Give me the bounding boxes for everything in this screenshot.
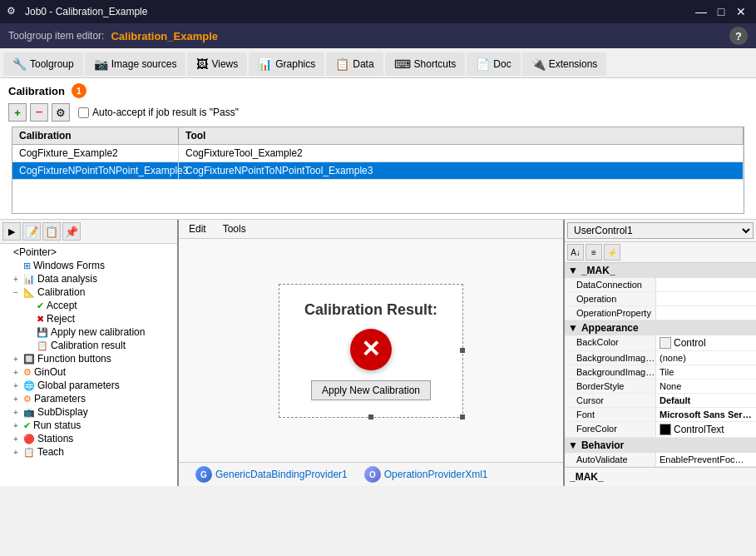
table-header-calibration: Calibration [12, 127, 179, 144]
tree-item-run-status[interactable]: + ✔ Run status [0, 419, 177, 432]
prop-value-background-image[interactable]: (none) [656, 351, 756, 365]
run-status-icon: ✔ [23, 420, 31, 431]
tab-image-sources[interactable]: 📷 Image sources [85, 52, 186, 76]
tree-item-parameters[interactable]: + ⚙ Parameters [0, 392, 177, 405]
tree-item-ginout-label: GinOut [34, 366, 66, 378]
prop-group-mak-label: _MAK_ [581, 265, 615, 276]
tab-views-label: Views [211, 58, 238, 70]
table-row-selected[interactable]: CogFixtureNPointToNPoint_Example3 CogFix… [12, 162, 744, 180]
tree-item-ginout[interactable]: + ⚙ GinOut [0, 365, 177, 379]
prop-value-border-style[interactable]: None [656, 380, 756, 393]
prop-name-data-connection: DataConnection [565, 278, 656, 291]
tree-item-windows-forms[interactable]: ⊞ Windows Forms [0, 259, 177, 272]
menu-tools[interactable]: Tools [220, 222, 250, 236]
prop-group-mak[interactable]: ▼ _MAK_ [565, 263, 756, 278]
prop-row-data-connection: DataConnection [565, 278, 756, 292]
auto-accept-checkbox-label[interactable]: Auto-accept if job result is "Pass" [78, 107, 239, 118]
tab-data[interactable]: 📋 Data [326, 52, 383, 76]
minimize-button[interactable]: — [693, 3, 709, 20]
copy-button[interactable]: 📋 [42, 222, 61, 241]
prop-group-appearance-expand: ▼ [568, 322, 578, 334]
prop-value-background-image-layout[interactable]: Tile [656, 365, 756, 379]
tab-toolgroup[interactable]: 🔧 Toolgroup [3, 52, 83, 76]
tab-graphics[interactable]: 📊 Graphics [249, 52, 324, 76]
tab-views[interactable]: 🖼 Views [187, 52, 247, 76]
tree-item-pointer-label: <Pointer> [13, 246, 57, 258]
prop-row-background-image-layout: BackgroundImag… Tile [565, 365, 756, 380]
props-sort-alpha-button[interactable]: A↓ [567, 244, 584, 261]
resize-handle-middle-right[interactable] [460, 348, 465, 353]
resize-handle-bottom-right[interactable] [460, 415, 465, 419]
tab-extensions-label: Extensions [549, 58, 598, 70]
prop-group-appearance[interactable]: ▼ Appearance [565, 320, 756, 335]
tree-item-calibration-result-label: Calibration result [51, 340, 126, 351]
prop-value-backcolor[interactable]: Control [656, 335, 756, 350]
tree-item-apply-new-calibration-label: Apply new calibration [51, 326, 145, 338]
props-events-button[interactable]: ⚡ [604, 244, 620, 261]
tree-item-subdisplay[interactable]: + 📺 SubDisplay [0, 405, 177, 419]
data-analysis-icon: 📊 [23, 274, 35, 285]
script-button[interactable]: 📝 [22, 222, 41, 241]
bottom-icons: G GenericDataBindingProvider1 O Operatio… [179, 462, 563, 486]
tree-item-apply-new-calibration[interactable]: 💾 Apply new calibration [0, 325, 177, 339]
add-calibration-button[interactable]: + [8, 103, 27, 122]
prop-value-autovalidate[interactable]: EnablePreventFoc… [656, 453, 756, 466]
run-button[interactable]: ▶ [2, 222, 21, 241]
prop-row-operation-property: OperationProperty [565, 306, 756, 320]
close-button[interactable]: ✕ [733, 3, 749, 20]
backcolor-swatch [660, 337, 671, 349]
design-canvas[interactable]: Calibration Result: ✕ Apply New Calibrat… [179, 239, 563, 462]
tree-item-calibration-label: Calibration [37, 286, 85, 298]
prop-value-font[interactable]: Microsoft Sans Ser… [656, 408, 756, 421]
tree-item-teach[interactable]: + 📋 Teach [0, 445, 177, 459]
parameters-icon: ⚙ [23, 394, 32, 405]
props-content: ▼ _MAK_ DataConnection Operation Operati… [565, 263, 756, 467]
tab-extensions[interactable]: 🔌 Extensions [522, 52, 607, 76]
prop-name-operation-property: OperationProperty [565, 306, 656, 320]
remove-calibration-button[interactable]: − [30, 103, 48, 122]
tab-shortcuts[interactable]: ⌨ Shortcuts [385, 52, 466, 76]
prop-value-data-connection[interactable] [656, 278, 756, 291]
stations-icon: 🔴 [23, 434, 35, 444]
tree-item-function-buttons[interactable]: + 🔲 Function buttons [0, 352, 177, 365]
tree-item-subdisplay-label: SubDisplay [37, 406, 88, 418]
calibration-table: Calibration Tool CogFixture_Example2 Cog… [12, 127, 744, 214]
tree-item-accept[interactable]: ✔ Accept [0, 299, 177, 312]
ginout-icon: ⚙ [23, 367, 32, 378]
prop-value-cursor[interactable]: Default [656, 394, 756, 407]
tree-item-reject[interactable]: ✖ Reject [0, 312, 177, 325]
tab-doc[interactable]: 📄 Doc [467, 52, 520, 76]
generic-data-binding-icon: G [195, 466, 212, 483]
resize-handle-bottom-center[interactable] [368, 415, 373, 419]
tree-item-calibration[interactable]: − 📐 Calibration [0, 285, 177, 299]
tree-item-calibration-result[interactable]: 📋 Calibration result [0, 339, 177, 352]
prop-name-autovalidate: AutoValidate [565, 453, 656, 466]
maximize-button[interactable]: □ [713, 3, 729, 20]
tab-image-sources-label: Image sources [111, 58, 177, 70]
paste-button[interactable]: 📌 [62, 222, 81, 241]
props-sort-cat-button[interactable]: ≡ [586, 244, 602, 261]
settings-calibration-button[interactable]: ⚙ [52, 103, 70, 122]
tree-item-function-buttons-label: Function buttons [37, 353, 111, 365]
operation-provider-xml[interactable]: O OperationProviderXml1 [364, 466, 488, 483]
properties-dropdown[interactable]: UserControl1 [567, 222, 754, 239]
reject-icon: ✖ [37, 314, 44, 325]
prop-group-behavior[interactable]: ▼ Behavior [565, 438, 756, 453]
calibration-tree-icon: 📐 [23, 287, 35, 298]
prop-name-border-style: BorderStyle [565, 380, 656, 393]
tree-item-stations[interactable]: + 🔴 Stations [0, 432, 177, 445]
table-row[interactable]: CogFixture_Example2 CogFixtureTool_Examp… [12, 145, 744, 162]
prop-value-operation[interactable] [656, 292, 756, 305]
tree-item-pointer[interactable]: <Pointer> [0, 246, 177, 259]
tree-item-global-parameters[interactable]: + 🌐 Global parameters [0, 379, 177, 392]
tree-item-data-analysis[interactable]: + 📊 Data analysis [0, 272, 177, 285]
apply-new-calibration-button[interactable]: Apply New Calibration [311, 380, 431, 400]
menu-edit[interactable]: Edit [185, 222, 210, 236]
generic-data-binding-provider[interactable]: G GenericDataBindingProvider1 [195, 466, 348, 483]
auto-accept-checkbox[interactable] [78, 107, 89, 118]
prop-row-autovalidate: AutoValidate EnablePreventFoc… [565, 453, 756, 467]
prop-value-operation-property[interactable] [656, 306, 756, 320]
center-panel: Edit Tools Calibration Result: ✕ Apply N… [179, 220, 565, 486]
prop-value-forecolor[interactable]: ControlText [656, 422, 756, 437]
help-button[interactable]: ? [729, 27, 748, 45]
